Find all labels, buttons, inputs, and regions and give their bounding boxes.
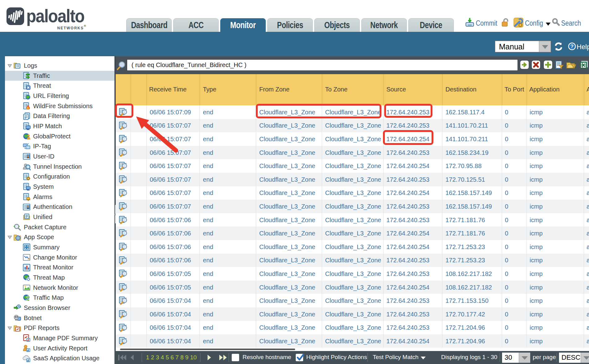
svg-text:?: ? bbox=[570, 44, 574, 49]
